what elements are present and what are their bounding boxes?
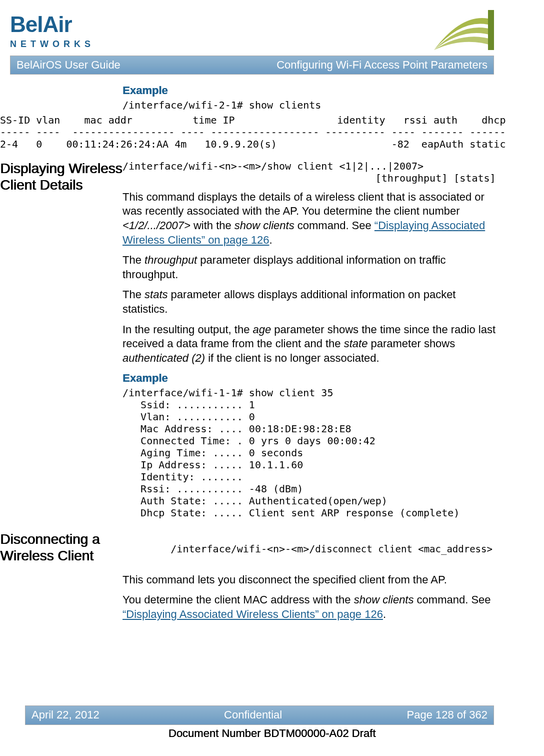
p1-cmd: show clients: [234, 219, 294, 232]
p1b: with the: [190, 219, 234, 232]
display-syntax1: /interface/wifi-<n>-<m>/show client <1|2…: [122, 160, 496, 172]
svg-rect-0: [488, 10, 494, 50]
p2a: The: [122, 254, 144, 266]
footer-confidential: Confidential: [224, 708, 282, 722]
p3a: The: [122, 288, 144, 301]
title-bar: BelAirOS User Guide Configuring Wi-Fi Ac…: [10, 56, 494, 75]
swoosh-icon: [434, 10, 494, 50]
example2-heading: Example: [122, 371, 496, 386]
title-bar-left: BelAirOS User Guide: [16, 58, 120, 73]
title-bar-right: Configuring Wi-Fi Access Point Parameter…: [276, 58, 488, 73]
display-p3: The stats parameter allows displays addi…: [122, 288, 496, 316]
logo-bottom-text: NETWORKS: [10, 39, 94, 50]
p1a: This command displays the details of a w…: [122, 191, 484, 218]
p3b: parameter allows displays additional inf…: [122, 288, 456, 315]
p3-term: stats: [144, 288, 168, 301]
disconnect-syntax: /interface/wifi-<n>-<m>/disconnect clien…: [122, 531, 494, 567]
display-p2: The throughput parameter displays additi…: [122, 253, 496, 282]
dp2c: .: [383, 608, 386, 620]
p1d: .: [269, 234, 272, 246]
section-display: Displaying Wireless Client Details /inte…: [0, 160, 494, 528]
disconnect-p1: This command lets you disconnect the spe…: [122, 573, 494, 587]
example1-body: Example /interface/wifi-2-1# show client…: [122, 84, 494, 111]
disc-syntax-pre: /interface/wifi-<n>-<m>/: [170, 543, 315, 555]
p1-range: <1/2/.../2007>: [122, 219, 190, 232]
footer-page: Page 128 of 362: [407, 708, 488, 722]
belair-logo: BelAir NETWORKS: [10, 10, 94, 51]
example1-cmd: /interface/wifi-2-1# show clients: [122, 99, 494, 111]
p4c: parameter shows: [368, 337, 455, 350]
heading-display: Displaying Wireless Client Details: [0, 160, 122, 194]
example1-table: SS-ID vlan mac addr time IP identity rss…: [0, 114, 494, 150]
dp2-cmd: show clients: [354, 593, 414, 606]
display-syntax1b: [throughput] [stats]: [122, 172, 496, 184]
example1-section: Example /interface/wifi-2-1# show client…: [0, 84, 494, 111]
p2-term: throughput: [144, 254, 197, 266]
body-disconnect: /interface/wifi-<n>-<m>/disconnect clien…: [122, 531, 494, 628]
display-p4: In the resulting output, the age paramet…: [122, 323, 496, 366]
header-row: BelAir NETWORKS: [0, 0, 544, 56]
example-heading: Example: [122, 84, 494, 98]
logo-top-text: BelAir: [10, 10, 94, 39]
disconnect-p2: You determine the client MAC address wit…: [122, 593, 494, 621]
p4d: if the client is no longer associated.: [205, 352, 380, 364]
footer-date: April 22, 2012: [32, 708, 100, 722]
p4-auth: authenticated (2): [122, 352, 205, 364]
p4a: In the resulting output, the: [122, 323, 253, 336]
display-p1: This command displays the details of a w…: [122, 190, 496, 247]
p4-state: state: [344, 337, 368, 350]
body-display: /interface/wifi-<n>-<m>/show client <1|2…: [122, 160, 496, 528]
content: Example /interface/wifi-2-1# show client…: [0, 80, 544, 628]
link-displaying-clients-2[interactable]: “Displaying Associated Wireless Clients”…: [122, 608, 383, 620]
example2-block: /interface/wifi-1-1# show client 35 Ssid…: [122, 387, 496, 519]
dp2b: command. See: [414, 593, 491, 606]
disc-syntax-cmd: disconnect client <mac_address>: [315, 543, 492, 554]
dp2a: You determine the client MAC address wit…: [122, 593, 354, 606]
footer-bar: April 22, 2012 Confidential Page 128 of …: [25, 705, 494, 725]
p1c: command. See: [294, 219, 374, 232]
p4-age: age: [253, 323, 272, 336]
heading-disconnect: Disconnecting a Wireless Client: [0, 531, 122, 564]
document-number: Document Number BDTM00000-A02 Draft: [0, 726, 544, 741]
section-disconnect: Disconnecting a Wireless Client /interfa…: [0, 531, 494, 628]
